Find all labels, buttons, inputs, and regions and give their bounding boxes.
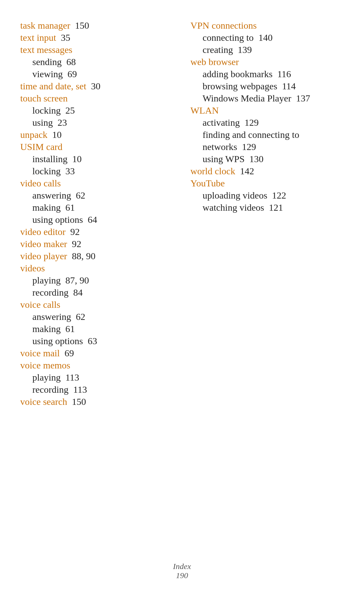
index-entry: touch screen: [20, 93, 174, 104]
entry-heading: video calls: [20, 178, 174, 189]
index-entry: VPN connections: [190, 20, 344, 31]
entry-sub: activating 129: [190, 117, 344, 128]
entry-sub: playing 87, 90: [20, 275, 174, 286]
index-entry: YouTube: [190, 178, 344, 189]
index-entry: text input 35: [20, 32, 174, 43]
index-entry: WLAN: [190, 105, 344, 116]
entry-heading: unpack 10: [20, 129, 174, 140]
entry-sub: finding and connecting to: [190, 129, 344, 140]
index-entry: web browser: [190, 57, 344, 67]
entry-heading: task manager 150: [20, 20, 174, 31]
entry-sub: playing 113: [20, 372, 174, 383]
entry-heading: WLAN: [190, 105, 344, 116]
page-num: 113: [65, 372, 79, 383]
entry-sub: Windows Media Player 137: [190, 93, 344, 104]
entry-heading: text messages: [20, 44, 174, 55]
index-entry: using options 64: [20, 214, 174, 225]
page-num: 129: [244, 117, 259, 128]
entry-heading: YouTube: [190, 178, 344, 189]
index-entry: answering 62: [20, 311, 174, 322]
left-column: task manager 150text input 35text messag…: [20, 20, 184, 409]
index-entry: browsing webpages 114: [190, 81, 344, 92]
page-num: 113: [73, 384, 87, 395]
page-num: 69: [64, 348, 74, 358]
entry-sub: making 61: [20, 324, 174, 334]
right-column: VPN connectionsconnecting to 140creating…: [184, 20, 344, 409]
index-entry: making 61: [20, 324, 174, 334]
index-entry: videos: [20, 263, 174, 274]
page-num: 129: [242, 142, 256, 152]
entry-heading: world clock 142: [190, 166, 344, 177]
index-entry: making 61: [20, 202, 174, 213]
page-num: 63: [88, 336, 97, 346]
page-num: 23: [58, 117, 67, 128]
page-num: 10: [52, 129, 62, 140]
index-entry: voice memos: [20, 360, 174, 371]
entry-sub: answering 62: [20, 190, 174, 201]
page-num: 61: [65, 202, 75, 213]
index-entry: connecting to 140: [190, 32, 344, 43]
entry-sub: answering 62: [20, 311, 174, 322]
entry-heading: video player 88, 90: [20, 251, 174, 262]
page-num: 62: [76, 311, 85, 322]
entry-sub: recording 113: [20, 384, 174, 395]
entry-sub: using options 64: [20, 214, 174, 225]
entry-sub: locking 33: [20, 166, 174, 177]
page-num: 142: [240, 166, 254, 176]
footer-page: 190: [0, 571, 364, 580]
index-entry: activating 129: [190, 117, 344, 128]
entry-sub: networks 129: [190, 142, 344, 152]
page-num: 92: [70, 227, 80, 237]
index-entry: creating 139: [190, 44, 344, 55]
entry-heading: video editor 92: [20, 227, 174, 237]
entry-sub: viewing 69: [20, 69, 174, 80]
entry-sub: watching videos 121: [190, 202, 344, 213]
entry-heading: voice search 150: [20, 396, 174, 407]
page-num: 62: [76, 190, 85, 201]
index-entry: uploading videos 122: [190, 190, 344, 201]
index-entry: Windows Media Player 137: [190, 93, 344, 104]
index-entry: unpack 10: [20, 129, 174, 140]
index-entry: USIM card: [20, 142, 174, 152]
footer: Index 190: [0, 562, 364, 580]
page-num: 139: [238, 44, 252, 55]
entry-heading: touch screen: [20, 93, 174, 104]
entry-sub: browsing webpages 114: [190, 81, 344, 92]
entry-sub: using 23: [20, 117, 174, 128]
page-num: 33: [65, 166, 75, 176]
page-num: 121: [269, 202, 283, 213]
index-entry: locking 25: [20, 105, 174, 116]
entry-heading: VPN connections: [190, 20, 344, 31]
page-num: 150: [75, 20, 89, 31]
index-entry: video calls: [20, 178, 174, 189]
entry-sub: making 61: [20, 202, 174, 213]
page-num: 122: [272, 190, 286, 201]
index-entry: installing 10: [20, 154, 174, 165]
index-entry: voice mail 69: [20, 348, 174, 359]
page-num: 69: [67, 69, 77, 79]
entry-heading: voice calls: [20, 299, 174, 310]
index-entry: locking 33: [20, 166, 174, 177]
index-entry: using WPS 130: [190, 154, 344, 165]
index-entry: time and date, set 30: [20, 81, 174, 92]
page-num: 150: [72, 396, 86, 407]
index-entry: networks 129: [190, 142, 344, 152]
index-entry: task manager 150: [20, 20, 174, 31]
page-num: 116: [277, 69, 291, 79]
entry-sub: adding bookmarks 116: [190, 69, 344, 80]
page-num: 35: [61, 32, 70, 43]
page-num: 114: [282, 81, 296, 91]
entry-heading: videos: [20, 263, 174, 274]
page-num: 87, 90: [65, 275, 89, 286]
index-entry: world clock 142: [190, 166, 344, 177]
footer-label: Index: [0, 562, 364, 571]
entry-sub: connecting to 140: [190, 32, 344, 43]
page-num: 68: [66, 57, 76, 67]
index-entry: recording 113: [20, 384, 174, 395]
page-num: 61: [65, 324, 75, 334]
page-num: 25: [65, 105, 75, 116]
entry-sub: creating 139: [190, 44, 344, 55]
index-entry: viewing 69: [20, 69, 174, 80]
entry-heading: video maker 92: [20, 239, 174, 249]
entry-sub: installing 10: [20, 154, 174, 165]
